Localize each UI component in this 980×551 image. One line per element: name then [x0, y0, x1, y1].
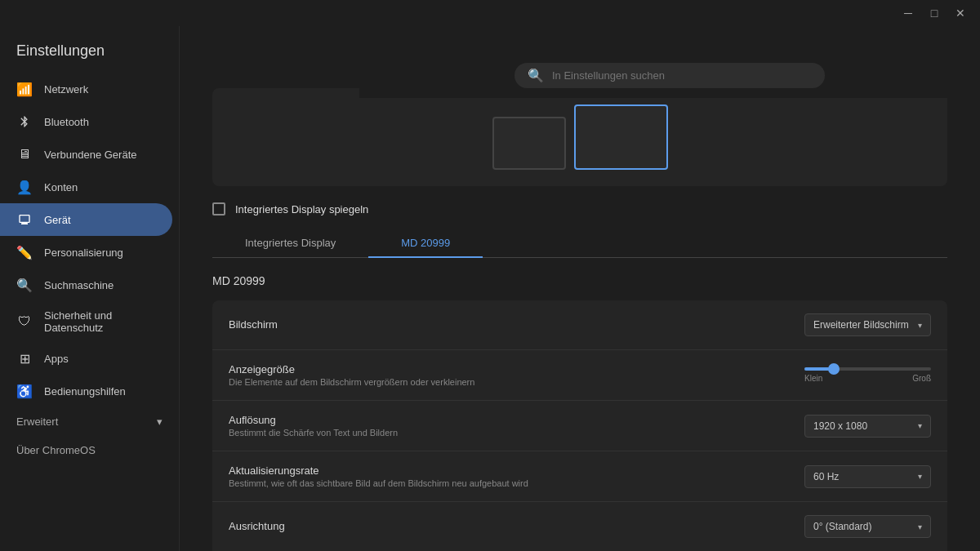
- setting-desc-anzeigegroesse: Die Elemente auf dem Bildschirm vergröße…: [229, 377, 800, 387]
- secondary-display-block: [574, 104, 668, 170]
- sidebar-item-label: Bedienungshilfen: [44, 385, 126, 398]
- dropdown-aktualisierungsrate[interactable]: 60 Hz ▾: [804, 465, 931, 488]
- sidebar: Einstellungen 📶 Netzwerk Bluetooth 🖥 Ver…: [0, 26, 180, 551]
- sidebar-item-sicherheit[interactable]: 🛡 Sicherheit und Datenschutz: [0, 301, 172, 342]
- slider-fill: [804, 367, 830, 371]
- setting-row-bildschirm: Bildschirm Erweiterter Bildschirm ▾: [212, 300, 947, 350]
- sidebar-item-bedienungshilfen[interactable]: ♿ Bedienungshilfen: [0, 375, 172, 407]
- sidebar-item-label: Konten: [44, 181, 78, 193]
- sidebar-item-netzwerk[interactable]: 📶 Netzwerk: [0, 73, 172, 105]
- slider-container: Klein Groß: [804, 367, 931, 383]
- search-input[interactable]: [552, 69, 812, 82]
- chevron-down-icon: ▾: [918, 321, 922, 330]
- sidebar-item-label: Verbundene Geräte: [44, 149, 136, 161]
- sidebar-item-verbundene-geraete[interactable]: 🖥 Verbundene Geräte: [0, 138, 172, 171]
- search-bar[interactable]: 🔍: [514, 63, 825, 88]
- sidebar-item-label: Bluetooth: [44, 116, 89, 128]
- section-title: MD 20999: [212, 274, 947, 287]
- advanced-section[interactable]: Erweitert ▾: [0, 407, 179, 436]
- display-preview: [212, 88, 947, 186]
- slider-max-label: Groß: [912, 374, 931, 383]
- about-chromeos[interactable]: Über ChromeOS: [0, 436, 179, 464]
- dropdown-value: 60 Hz: [813, 471, 839, 482]
- setting-row-aktualisierungsrate: Aktualisierungsrate Bestimmt, wie oft da…: [212, 451, 947, 502]
- setting-desc-aufloesung: Bestimmt die Schärfe von Text und Bilder…: [229, 428, 800, 438]
- chevron-down-icon: ▾: [157, 415, 163, 428]
- wifi-icon: 📶: [16, 81, 33, 97]
- dropdown-aufloesung[interactable]: 1920 x 1080 ▾: [804, 415, 931, 438]
- chevron-down-icon: ▾: [918, 472, 922, 481]
- main-content: Integriertes Display spiegeln Integriert…: [180, 72, 980, 551]
- dropdown-value: Erweiterter Bildschirm: [813, 319, 909, 331]
- slider-thumb[interactable]: [828, 363, 840, 375]
- mirror-checkbox[interactable]: [212, 202, 225, 216]
- sidebar-item-label: Personalisierung: [44, 247, 123, 259]
- setting-name-ausrichtung: Ausrichtung: [229, 520, 800, 532]
- mirror-label: Integriertes Display spiegeln: [235, 203, 368, 216]
- header: 🔍: [359, 52, 980, 98]
- sidebar-item-personalisierung[interactable]: ✏️ Personalisierung: [0, 236, 172, 269]
- about-label: Über ChromeOS: [16, 444, 96, 456]
- close-button[interactable]: ✕: [947, 0, 973, 26]
- edit-icon: ✏️: [16, 244, 33, 260]
- setting-row-aufloesung: Auflösung Bestimmt die Schärfe von Text …: [212, 401, 947, 451]
- slider-min-label: Klein: [804, 374, 822, 383]
- titlebar: ─ □ ✕: [0, 0, 980, 26]
- search-icon: 🔍: [528, 68, 544, 83]
- setting-row-anzeigegroesse: Anzeigegröße Die Elemente auf dem Bildsc…: [212, 350, 947, 401]
- minimize-button[interactable]: ─: [895, 0, 921, 26]
- app-title: Einstellungen: [0, 36, 179, 73]
- setting-row-ausrichtung: Ausrichtung 0° (Standard) ▾: [212, 502, 947, 551]
- setting-name-aktualisierungsrate: Aktualisierungsrate: [229, 464, 800, 477]
- sidebar-item-bluetooth[interactable]: Bluetooth: [0, 105, 172, 138]
- setting-name-bildschirm: Bildschirm: [229, 318, 800, 331]
- dropdown-value: 0° (Standard): [813, 521, 872, 532]
- setting-desc-aktualisierungsrate: Bestimmt, wie oft das sichtbare Bild auf…: [229, 478, 800, 488]
- sidebar-item-apps[interactable]: ⊞ Apps: [0, 342, 172, 375]
- shield-icon: 🛡: [16, 313, 33, 330]
- sidebar-item-suchmaschine[interactable]: 🔍 Suchmaschine: [0, 269, 172, 301]
- settings-card: Bildschirm Erweiterter Bildschirm ▾ Anze…: [212, 300, 947, 551]
- maximize-button[interactable]: □: [921, 0, 947, 26]
- sidebar-item-label: Sicherheit und Datenschutz: [44, 309, 156, 334]
- advanced-label: Erweitert: [16, 415, 58, 428]
- setting-name-aufloesung: Auflösung: [229, 414, 800, 426]
- primary-display-block: [492, 117, 566, 170]
- dropdown-bildschirm[interactable]: Erweiterter Bildschirm ▾: [804, 313, 931, 336]
- app-container: Einstellungen 📶 Netzwerk Bluetooth 🖥 Ver…: [0, 26, 980, 551]
- person-icon: 👤: [16, 179, 33, 195]
- sidebar-item-label: Apps: [44, 353, 69, 365]
- accessibility-icon: ♿: [16, 383, 33, 399]
- search-icon: 🔍: [16, 277, 33, 293]
- sidebar-item-label: Netzwerk: [44, 83, 88, 96]
- devices-icon: 🖥: [16, 146, 33, 162]
- setting-name-anzeigegroesse: Anzeigegröße: [229, 363, 800, 375]
- sidebar-item-label: Gerät: [44, 214, 71, 226]
- dropdown-ausrichtung[interactable]: 0° (Standard) ▾: [804, 515, 931, 538]
- mirror-row: Integriertes Display spiegeln: [212, 202, 947, 216]
- sidebar-item-konten[interactable]: 👤 Konten: [0, 171, 172, 203]
- apps-icon: ⊞: [16, 350, 33, 367]
- bluetooth-icon: [16, 113, 33, 130]
- dropdown-value: 1920 x 1080: [813, 420, 867, 432]
- display-tabs: Integriertes Display MD 20999: [212, 229, 947, 258]
- monitor-icon: [16, 211, 33, 228]
- chevron-down-icon: ▾: [918, 421, 922, 430]
- sidebar-item-geraet[interactable]: Gerät: [0, 203, 172, 236]
- slider-track[interactable]: [804, 367, 931, 371]
- chevron-down-icon: ▾: [918, 522, 922, 531]
- tab-md-20999[interactable]: MD 20999: [368, 229, 483, 257]
- tab-integriertes-display[interactable]: Integriertes Display: [212, 229, 368, 257]
- sidebar-item-label: Suchmaschine: [44, 279, 114, 291]
